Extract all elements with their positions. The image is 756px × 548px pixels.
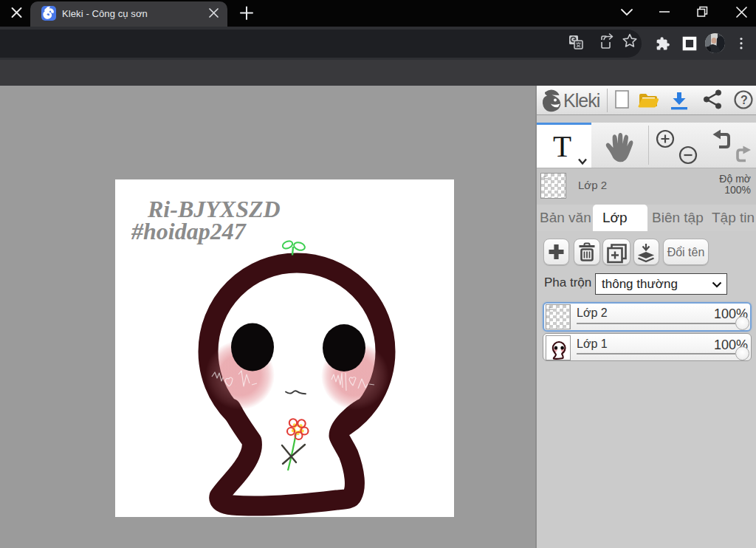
svg-text:T: T (553, 129, 571, 163)
svg-text:?: ? (740, 94, 748, 106)
svg-text:#hoidap247: #hoidap247 (131, 218, 247, 244)
